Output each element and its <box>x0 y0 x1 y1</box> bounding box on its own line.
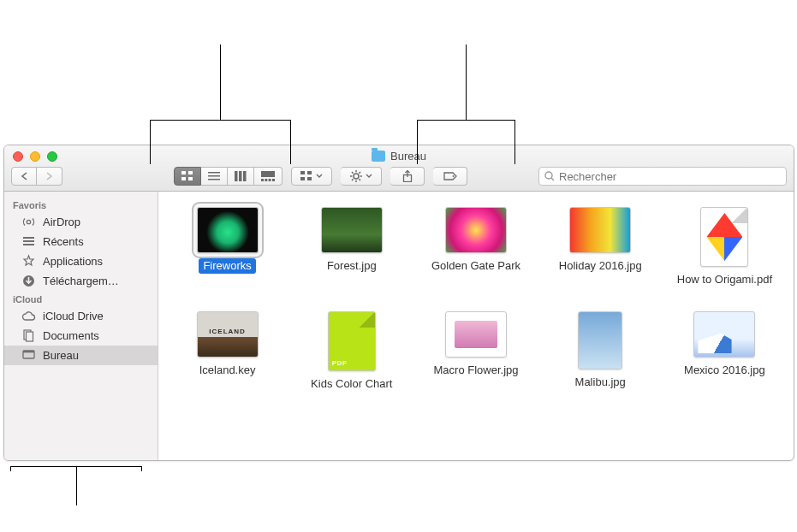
callout-line <box>417 120 418 164</box>
svg-rect-0 <box>181 171 186 174</box>
sidebar-item-label: Documents <box>43 329 99 342</box>
svg-rect-13 <box>269 179 271 181</box>
svg-point-19 <box>354 174 359 179</box>
gallery-icon <box>261 171 275 181</box>
svg-rect-34 <box>23 237 34 239</box>
sidebar-item-applications[interactable]: Applications <box>4 251 158 271</box>
callout-line <box>220 44 221 120</box>
sidebar-heading: iCloud <box>4 291 158 306</box>
svg-line-24 <box>352 172 354 174</box>
share-icon <box>402 170 413 182</box>
svg-rect-1 <box>188 171 193 174</box>
forward-button[interactable] <box>37 167 62 186</box>
callout-line <box>150 120 290 121</box>
list-view-button[interactable] <box>201 167 228 186</box>
tags-button[interactable] <box>433 167 467 186</box>
file-item[interactable]: Golden Gate Park <box>419 207 532 287</box>
svg-line-25 <box>359 179 360 180</box>
svg-point-31 <box>545 172 552 179</box>
sidebar-item-airdrop[interactable]: AirDrop <box>4 212 158 232</box>
callout-line <box>514 120 515 164</box>
gear-icon <box>350 170 362 182</box>
callout-line <box>290 120 291 164</box>
tag-icon <box>443 171 457 181</box>
sidebar-item-recents[interactable]: Récents <box>4 232 158 251</box>
svg-rect-15 <box>300 171 305 174</box>
file-thumbnail <box>321 207 383 253</box>
svg-rect-6 <box>208 179 220 180</box>
window-title: Bureau <box>4 150 794 163</box>
sidebar-item-downloads[interactable]: Téléchargem… <box>4 271 158 291</box>
file-label: Holiday 2016.jpg <box>555 258 646 274</box>
file-thumbnail <box>197 311 259 358</box>
file-thumbnail <box>693 311 755 358</box>
sidebar-item-label: Récents <box>43 235 84 248</box>
desktop-icon <box>21 348 36 363</box>
file-item[interactable]: Iceland.key <box>170 311 284 392</box>
file-thumbnail: PDF <box>700 207 748 267</box>
svg-rect-17 <box>300 177 305 180</box>
gallery-view-button[interactable] <box>254 167 283 186</box>
svg-rect-3 <box>188 177 193 180</box>
chevron-right-icon <box>45 172 53 180</box>
file-item[interactable]: Mexico 2016.jpg <box>668 311 782 392</box>
sidebar-item-desktop[interactable]: Bureau <box>4 346 158 365</box>
chevron-down-icon <box>366 174 372 179</box>
file-item[interactable]: Holiday 2016.jpg <box>544 207 657 287</box>
finder-window: Bureau <box>3 145 794 461</box>
svg-line-32 <box>551 178 554 180</box>
svg-point-33 <box>27 220 30 223</box>
file-item[interactable]: PDFHow to Origami.pdf <box>668 207 782 287</box>
downloads-icon <box>21 274 36 288</box>
sidebar-item-label: Bureau <box>43 349 79 362</box>
chevron-down-icon <box>316 174 323 179</box>
titlebar: Bureau <box>4 145 794 192</box>
airdrop-icon <box>21 215 36 229</box>
file-thumbnail <box>197 207 259 253</box>
sidebar-item-label: AirDrop <box>43 216 80 228</box>
svg-rect-8 <box>239 171 242 181</box>
file-item[interactable]: PDFKids Color Chart <box>294 311 408 392</box>
sidebar-item-label: Applications <box>43 255 103 268</box>
file-label: Kids Color Chart <box>306 376 396 392</box>
share-button[interactable] <box>390 167 425 186</box>
search-field[interactable] <box>538 167 787 186</box>
file-item[interactable]: Fireworks <box>170 207 284 287</box>
cloud-icon <box>21 309 36 323</box>
svg-rect-9 <box>243 171 247 181</box>
file-label: Golden Gate Park <box>427 258 525 274</box>
file-thumbnail <box>445 311 507 358</box>
file-label: Fireworks <box>199 258 255 274</box>
sidebar-item-documents[interactable]: Documents <box>4 326 158 346</box>
sidebar-item-label: iCloud Drive <box>43 310 104 322</box>
list-icon <box>208 171 220 181</box>
sidebar-item-cloud[interactable]: iCloud Drive <box>4 306 158 326</box>
folder-icon <box>372 151 385 162</box>
column-view-button[interactable] <box>228 167 254 186</box>
file-item[interactable]: Macro Flower.jpg <box>419 311 532 392</box>
icon-view-button[interactable] <box>174 167 201 186</box>
window-title-text: Bureau <box>390 150 426 163</box>
file-thumbnail: PDF <box>328 311 376 371</box>
sidebar: FavorisAirDropRécentsApplicationsTélécha… <box>4 192 158 460</box>
svg-rect-16 <box>307 171 312 174</box>
file-label: Malibu.jpg <box>571 375 630 390</box>
back-button[interactable] <box>11 167 37 186</box>
svg-rect-41 <box>23 351 34 352</box>
svg-rect-2 <box>181 177 186 180</box>
grid-icon <box>181 171 193 181</box>
file-label: Forest.jpg <box>323 258 381 274</box>
svg-rect-4 <box>208 172 220 174</box>
svg-rect-18 <box>307 177 312 180</box>
window-body: FavorisAirDropRécentsApplicationsTélécha… <box>4 192 794 460</box>
content-area[interactable]: FireworksForest.jpgGolden Gate ParkHolid… <box>158 192 794 460</box>
recents-icon <box>21 234 36 249</box>
arrange-button[interactable] <box>291 167 332 186</box>
search-input[interactable] <box>559 170 781 183</box>
file-item[interactable]: Forest.jpg <box>294 207 408 287</box>
svg-rect-39 <box>27 332 33 341</box>
action-button[interactable] <box>341 167 382 186</box>
file-label: Iceland.key <box>195 363 260 378</box>
file-item[interactable]: Malibu.jpg <box>544 311 657 392</box>
sidebar-heading: Favoris <box>4 197 158 212</box>
